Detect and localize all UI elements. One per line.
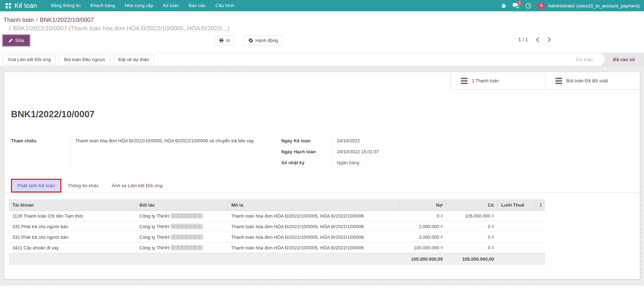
edit-button[interactable]: Sửa [3,35,30,46]
cell-debit: 2.000.000 ₫ [399,221,446,232]
cell-credit: 0 ₫ [446,243,498,253]
field-label-reference: Tham chiếu [11,135,70,168]
menu-item-nha-cung-cap[interactable]: Nhà cung cấp [120,0,158,11]
cell-tax-grid [498,211,535,221]
cell-description: Thanh toán hóa đơn HÓA Đ/2022/10/0005, H… [228,243,399,253]
cell-description: Thanh toán hóa đơn HÓA Đ/2022/10/0005, H… [228,232,399,243]
field-value-journal-link[interactable]: Ngân hàng [337,160,360,165]
breadcrumb: Thanh toán/BNK1/2022/10/0007 /BNK1/2022/… [0,11,644,34]
cell-partner: Công ty TNHH [136,243,228,253]
cell-tax-grid [498,221,535,232]
column-header-account[interactable]: Tài khoản [9,199,136,211]
cell-partner: Công ty TNHH [136,232,228,243]
menu-item-ke-toan[interactable]: Kế toán [158,0,184,11]
breadcrumb-separator-2: / [9,25,11,32]
journal-items-icon [461,78,468,84]
cell-debit: 0 ₫ [399,211,446,221]
column-header-tax-grid[interactable]: Lưới Thuế [498,199,535,211]
menu-item-khach-hang[interactable]: Khách hàng [85,0,120,11]
stat-button-reconciled-entries[interactable]: Bút toán Đã đối soát [545,72,640,89]
optional-columns-icon[interactable]: ⋮ [535,199,545,211]
table-row[interactable]: 3411 Các khoản đi vay Công ty TNHH Thanh… [9,243,545,253]
messages-icon[interactable]: 1 [513,3,519,8]
cell-description: Thanh toán hóa đơn HÓA Đ/2022/10/0005, H… [228,211,399,221]
status-step-draft[interactable]: Dự thảo [568,53,601,66]
breadcrumb-link-thanh-toan[interactable]: Thanh toán [4,17,34,23]
control-panel-buttons: Sửa In Hành động 1 / 1 [0,34,644,50]
user-menu[interactable]: A Administrator (odoo15_to_account_payme… [538,2,640,10]
breadcrumb-link-record[interactable]: BNK1/2022/10/0007 [40,17,94,23]
reset-to-draft-button[interactable]: Đặt về dự thảo [114,55,154,64]
menu-item-cau-hinh[interactable]: Cấu hình [210,0,239,11]
field-groups: Tham chiếu Thanh toán hóa đơn HÓA Đ/2022… [11,135,633,168]
table-row[interactable]: 1126 Thanh toán Chi tiền Tạm thời Công t… [9,211,545,221]
breadcrumb-active: BNK1/2022/10/0007 (Thanh toán hóa đơn HÓ… [13,25,229,32]
cell-partner: Công ty TNHH [136,211,228,221]
action-button[interactable]: Hành động [244,35,283,46]
printer-icon [219,38,224,43]
pencil-icon [8,39,13,43]
column-header-partner[interactable]: Đối tác [136,199,228,211]
totals-row: 105.000.000,00 105.000.000,00 [9,253,545,265]
cell-account: 3411 Các khoản đi vay [9,243,136,253]
user-name: Administrator (odoo15_to_account_payment… [548,3,640,8]
field-label-posting-date: Ngày Hạch toán [281,146,332,157]
redacted-text [170,245,203,250]
stat-button-strip: 1 Thanh toán Bút toán Đã đối soát [4,72,640,90]
column-header-debit[interactable]: Nợ [399,199,446,211]
cell-credit: 0 ₫ [446,232,498,243]
status-steps: Dự thảo Đã vào sổ [568,53,644,66]
cell-credit: 0 ₫ [446,221,498,232]
pager-next-icon[interactable] [547,37,551,42]
page-background: 1 Thanh toán Bút toán Đã đối soát BNK1/2… [0,66,644,286]
control-panel: Thanh toán/BNK1/2022/10/0007 /BNK1/2022/… [0,11,644,66]
pager: 1 / 1 [518,37,551,42]
cell-debit: 100.000.000 ₫ [399,243,446,253]
activities-clock-icon[interactable] [525,3,531,9]
table-header-row: Tài khoản Đối tác Mô tả Nợ Có Lưới Thuế … [9,199,545,211]
cell-credit: 105.000.000 ₫ [446,211,498,221]
column-header-credit[interactable]: Có [446,199,498,211]
redacted-text [170,235,203,239]
total-credit: 105.000.000,00 [446,253,498,265]
cell-tax-grid [498,243,535,253]
table-row[interactable]: 331 Phải trả cho người bán Công ty TNHH … [9,232,545,243]
table-row[interactable]: 331 Phải trả cho người bán Công ty TNHH … [9,221,545,232]
field-label-accounting-date: Ngày Kế toán [281,135,332,146]
field-label-journal: Sổ nhật ký [281,157,332,168]
messages-count-badge: 1 [517,0,522,5]
gear-icon [248,38,253,43]
stat-button-payments[interactable]: 1 Thanh toán [451,72,545,89]
cell-debit: 3.000.000 ₫ [399,232,446,243]
notebook-tabs: Phát sinh Kế toán Thông tin khác Ánh xạ … [4,179,640,193]
top-navbar: Kế toán Bảng thông tin Khách hàng Nhà cu… [0,0,644,11]
journal-items-table: Tài khoản Đối tác Mô tả Nợ Có Lưới Thuế … [9,199,545,265]
tab-journal-items[interactable]: Phát sinh Kế toán [11,179,61,193]
field-value-accounting-date: 24/10/2022 [332,135,528,146]
cell-partner: Công ty TNHH [136,221,228,232]
statusbar: Xoá Liên kết Đối ứng Bút toán Đảo ngược … [0,53,644,66]
field-value-posting-date: 24/10/2022 15:01:07 [332,146,528,157]
status-step-posted[interactable]: Đã vào sổ [601,53,644,66]
app-brand[interactable]: Kế toán [14,2,37,10]
cell-account: 1126 Thanh toán Chi tiền Tạm thời [9,211,136,221]
field-value-reference: Thanh toán hóa đơn HÓA Đ/2022/10/0005, H… [70,135,276,168]
reverse-entry-button[interactable]: Bút toán Đảo ngược [59,55,110,64]
tab-other-info[interactable]: Thông tin khác [61,179,106,193]
pager-previous-icon[interactable] [536,37,540,42]
redacted-text [170,213,203,218]
journal-items-icon [555,78,562,84]
cell-tax-grid [498,232,535,243]
menu-item-bang-thong-tin[interactable]: Bảng thông tin [46,0,85,11]
cell-description: Thanh toán hóa đơn HÓA Đ/2022/10/0005, H… [228,221,399,232]
breadcrumb-separator: / [36,17,38,23]
column-header-description[interactable]: Mô tả [228,199,399,211]
print-button[interactable]: In [215,35,235,46]
total-debit: 105.000.000,00 [399,253,446,265]
apps-menu-icon[interactable] [6,3,11,8]
pager-value[interactable]: 1 / 1 [518,37,528,42]
unreconcile-button[interactable]: Xoá Liên kết Đối ứng [3,55,56,64]
tab-reconciliation-mapping[interactable]: Ánh xạ Liên kết Đối ứng [105,179,169,193]
menu-item-bao-cao[interactable]: Báo cáo [184,0,211,11]
debug-bug-icon[interactable] [501,3,506,8]
